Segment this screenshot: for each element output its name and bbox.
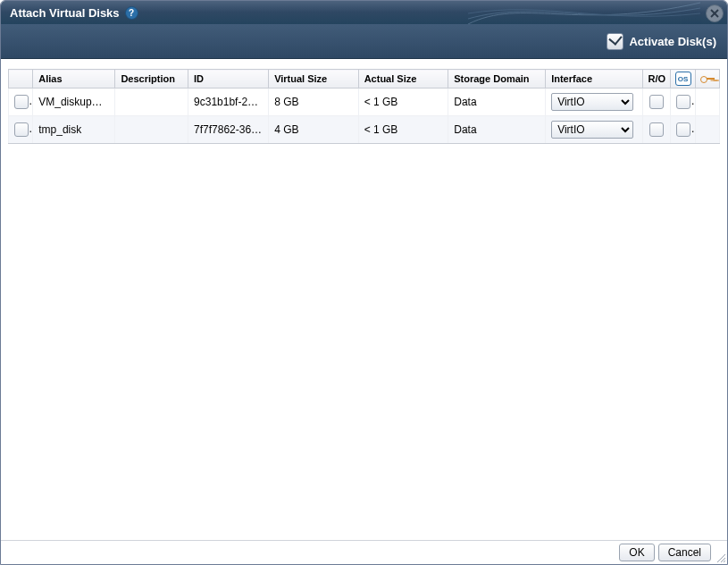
- toolbar: Activate Disk(s): [1, 24, 727, 59]
- col-interface[interactable]: Interface: [546, 70, 643, 89]
- cell-alias: tmp_disk: [33, 116, 115, 144]
- table-row[interactable]: tmp_disk7f7f7862-36…4 GB< 1 GBDataVirtIO…: [9, 116, 720, 144]
- close-button[interactable]: [706, 4, 724, 22]
- dialog-title: Attach Virtual Disks: [10, 6, 120, 20]
- cell-description: [115, 116, 188, 144]
- cell-alias: VM_diskup…: [33, 89, 115, 116]
- col-os[interactable]: OS: [671, 70, 695, 89]
- activate-disks-checkbox[interactable]: [607, 33, 623, 50]
- cancel-button[interactable]: Cancel: [658, 544, 711, 561]
- activate-disks-label: Activate Disk(s): [629, 35, 716, 48]
- ro-checkbox[interactable]: [649, 95, 664, 109]
- cell-virtual-size: 8 GB: [269, 89, 359, 116]
- cell-storage-domain: Data: [448, 89, 546, 116]
- interface-select[interactable]: VirtIOIDEVirtIO-SCSI: [551, 121, 633, 139]
- table-row[interactable]: VM_diskup…9c31b1bf-2…8 GB< 1 GBDataVirtI…: [9, 89, 720, 116]
- cell-storage-domain: Data: [448, 116, 546, 144]
- cell-description: [115, 89, 188, 116]
- col-select[interactable]: [9, 70, 33, 89]
- row-select-checkbox[interactable]: [14, 95, 29, 109]
- cell-actual-size: < 1 GB: [358, 89, 448, 116]
- col-storage-domain[interactable]: Storage Domain: [448, 70, 546, 89]
- table-header: Alias Description ID Virtual Size Actual…: [9, 70, 720, 89]
- ro-checkbox[interactable]: [649, 122, 664, 137]
- disks-table: Alias Description ID Virtual Size Actual…: [8, 69, 720, 144]
- col-description[interactable]: Description: [115, 70, 188, 89]
- cell-bootable: [695, 116, 719, 144]
- cell-id: 9c31b1bf-2…: [188, 89, 269, 116]
- key-icon: [700, 75, 715, 82]
- footer: OK Cancel: [1, 540, 727, 564]
- title-decoration: [468, 1, 700, 24]
- content-area: Alias Description ID Virtual Size Actual…: [8, 69, 720, 537]
- interface-select[interactable]: VirtIOIDEVirtIO-SCSI: [551, 93, 633, 111]
- close-icon: [710, 9, 719, 18]
- cell-bootable: [695, 89, 719, 116]
- cell-actual-size: < 1 GB: [358, 116, 448, 144]
- cell-virtual-size: 4 GB: [269, 116, 359, 144]
- dialog-window: Attach Virtual Disks ? Activate Disk(s): [0, 0, 728, 565]
- os-checkbox[interactable]: [676, 122, 690, 137]
- cell-id: 7f7f7862-36…: [188, 116, 269, 144]
- os-checkbox[interactable]: [676, 95, 690, 109]
- col-actual-size[interactable]: Actual Size: [358, 70, 448, 89]
- row-select-checkbox[interactable]: [14, 122, 29, 137]
- col-alias[interactable]: Alias: [33, 70, 115, 89]
- help-icon[interactable]: ?: [125, 6, 138, 20]
- os-icon: OS: [675, 72, 691, 86]
- col-id[interactable]: ID: [188, 70, 269, 89]
- ok-button[interactable]: OK: [619, 544, 654, 561]
- col-virtual-size[interactable]: Virtual Size: [269, 70, 359, 89]
- title-bar: Attach Virtual Disks ?: [1, 1, 727, 24]
- col-ro[interactable]: R/O: [643, 70, 671, 89]
- col-bootable[interactable]: [695, 70, 719, 89]
